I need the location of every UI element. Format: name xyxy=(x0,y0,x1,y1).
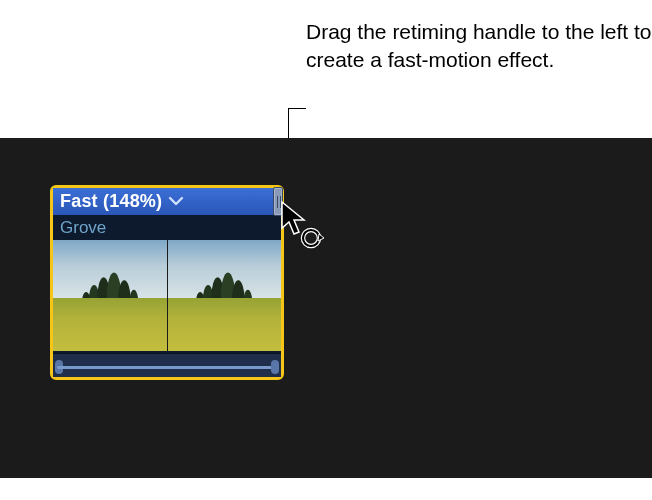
chevron-down-icon[interactable] xyxy=(168,193,184,211)
filmstrip xyxy=(53,240,281,351)
annotation-text: Drag the retiming handle to the left to … xyxy=(306,18,652,75)
speed-label: Fast (148%) xyxy=(60,191,162,212)
speed-bar[interactable]: Fast (148%) xyxy=(53,188,281,215)
thumbnail xyxy=(53,240,168,351)
retiming-handle[interactable] xyxy=(273,187,283,216)
clip-name: Grove xyxy=(60,218,106,238)
waveform-line xyxy=(57,366,277,369)
video-clip[interactable]: Fast (148%) Grove xyxy=(50,185,284,380)
audio-fade-handle-right[interactable] xyxy=(271,360,279,374)
audio-waveform xyxy=(53,353,281,377)
thumbnail xyxy=(168,240,282,351)
